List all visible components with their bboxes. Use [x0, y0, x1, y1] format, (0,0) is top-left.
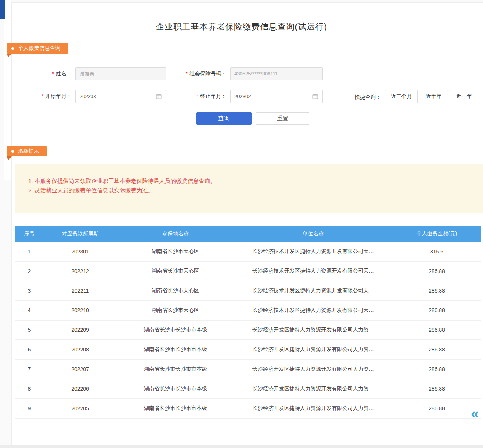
quick-button-6months[interactable]: 近半年	[420, 90, 448, 103]
section-badge-query-label: 个人缴费信息查询	[18, 45, 60, 52]
cell-index: 4	[15, 301, 43, 320]
cell-company: 长沙经济开发区捷特人力资源开发有限公司人力资…	[234, 399, 392, 418]
cell-period: 202207	[43, 359, 117, 379]
cell-region: 湖南省长沙市长沙市市本级	[117, 359, 234, 379]
ssn-input-value: 430525******306111	[234, 71, 318, 77]
cell-company: 长沙经济开发区捷特人力资源开发有限公司人力资…	[234, 320, 392, 340]
cell-region: 湖南省长沙市天心区	[117, 281, 234, 301]
cell-company: 长沙经济技术开发区捷特人力资源开发有限公司天…	[234, 261, 392, 281]
header-period: 对应费款所属期	[43, 226, 117, 242]
quick-button-3months[interactable]: 近三个月	[385, 90, 418, 103]
table-row: 9 202205 湖南省长沙市长沙市市本级 长沙经济开发区捷特人力资源开发有限公…	[15, 399, 481, 418]
cell-index: 9	[15, 399, 43, 418]
required-asterisk: *	[52, 71, 54, 77]
cell-period: 202209	[43, 320, 117, 340]
header-amount: 个人缴费金额(元)	[392, 226, 481, 242]
cell-period: 202211	[43, 281, 117, 301]
cell-index: 6	[15, 340, 43, 359]
table-row: 3 202211 湖南省长沙市天心区 长沙经济技术开发区捷特人力资源开发有限公司…	[15, 281, 481, 301]
required-asterisk: *	[196, 93, 198, 99]
table-row: 6 202208 湖南省长沙市长沙市市本级 长沙经济开发区捷特人力资源开发有限公…	[15, 340, 481, 359]
cell-index: 7	[15, 359, 43, 379]
name-input: 谢旭泰	[75, 67, 166, 80]
table-row: 5 202209 湖南省长沙市长沙市市本级 长沙经济开发区捷特人力资源开发有限公…	[15, 320, 481, 340]
table-row: 2 202212 湖南省长沙市天心区 长沙经济技术开发区捷特人力资源开发有限公司…	[15, 261, 481, 281]
cell-period: 202205	[43, 399, 117, 418]
table-row: 8 202206 湖南省长沙市长沙市市本级 长沙经济开发区捷特人力资源开发有限公…	[15, 379, 481, 399]
cell-period: 202212	[43, 261, 117, 281]
cell-region: 湖南省长沙市天心区	[117, 261, 234, 281]
cell-index: 2	[15, 261, 43, 281]
cell-period: 202210	[43, 301, 117, 320]
table-body: 1 202301 湖南省长沙市天心区 长沙经济技术开发区捷特人力资源开发有限公司…	[15, 242, 481, 418]
cell-region: 湖南省长沙市天心区	[117, 301, 234, 320]
cell-region: 湖南省长沙市长沙市市本级	[117, 379, 234, 399]
cell-period: 202208	[43, 340, 117, 359]
quick-query-label: 快捷查询：	[350, 90, 381, 104]
cell-index: 5	[15, 320, 43, 340]
section-badge-query: 个人缴费信息查询	[7, 43, 68, 54]
required-asterisk: *	[42, 93, 43, 99]
page: 企业职工基本养老保险缴费信息查询(试运行) 个人缴费信息查询 *姓名： 谢旭泰 …	[0, 0, 483, 448]
ssn-label: *社会保障号码：	[166, 67, 226, 80]
cell-region: 湖南省长沙市长沙市市本级	[117, 399, 234, 418]
required-asterisk: *	[186, 71, 188, 77]
cell-company: 长沙经济开发区捷特人力资源开发有限公司人力资…	[234, 379, 392, 399]
start-month-input[interactable]: 202203	[75, 90, 166, 103]
cell-region: 湖南省长沙市长沙市市本级	[117, 320, 234, 340]
cell-region: 湖南省长沙市长沙市市本级	[117, 340, 234, 359]
cell-period: 202301	[43, 242, 117, 261]
collapse-chevron-icon[interactable]: «	[471, 407, 479, 421]
start-month-value: 202203	[80, 94, 153, 99]
ssn-input: 430525******306111	[230, 67, 323, 80]
end-month-value: 202302	[234, 94, 310, 99]
calendar-icon[interactable]	[312, 93, 318, 100]
header-index: 序号	[15, 226, 43, 242]
calendar-icon[interactable]	[155, 93, 162, 100]
cell-company: 长沙经济技术开发区捷特人力资源开发有限公司天…	[234, 301, 392, 320]
query-button[interactable]: 查询	[196, 112, 252, 125]
header-company: 单位名称	[234, 226, 392, 242]
cell-amount: 286.88	[392, 261, 481, 281]
section-badge-tips: 温馨提示	[7, 146, 47, 156]
cell-amount: 286.88	[392, 379, 481, 399]
page-title: 企业职工基本养老保险缴费信息查询(试运行)	[0, 21, 483, 32]
tips-notice-box: 1. 本服务仅提供尚未领取企业职工基本养老保险待遇人员的缴费信息查询。 2. 灵…	[15, 164, 483, 213]
end-month-input[interactable]: 202302	[230, 90, 323, 103]
cell-company: 长沙经济开发区捷特人力资源开发有限公司人力资…	[234, 359, 392, 379]
tips-line-2: 2. 灵活就业人员的缴费单位信息以实际缴费为准。	[28, 186, 475, 195]
cell-index: 3	[15, 281, 43, 301]
table-row: 7 202207 湖南省长沙市长沙市市本级 长沙经济开发区捷特人力资源开发有限公…	[15, 359, 481, 379]
results-table: 序号 对应费款所属期 参保地名称 单位名称 个人缴费金额(元) 1 202301…	[15, 226, 481, 419]
bullet-dot-icon	[11, 47, 14, 50]
table-header-row: 序号 对应费款所属期 参保地名称 单位名称 个人缴费金额(元)	[15, 226, 481, 242]
cell-region: 湖南省长沙市天心区	[117, 242, 234, 261]
name-input-value: 谢旭泰	[80, 71, 162, 77]
sidebar-toggle-tab[interactable]	[0, 0, 5, 19]
bottom-strip	[0, 445, 483, 448]
bullet-dot-icon	[11, 150, 14, 153]
start-month-label: *开始年月：	[23, 90, 72, 103]
cell-amount: 315.6	[392, 242, 481, 261]
cell-index: 1	[15, 242, 43, 261]
end-month-label: *终止年月：	[166, 90, 226, 103]
cell-company: 长沙经济技术开发区捷特人力资源开发有限公司天…	[234, 242, 392, 261]
cell-amount: 286.88	[392, 340, 481, 359]
cell-amount: 286.88	[392, 359, 481, 379]
section-badge-tips-label: 温馨提示	[18, 148, 39, 155]
table-row: 4 202210 湖南省长沙市天心区 长沙经济技术开发区捷特人力资源开发有限公司…	[15, 301, 481, 320]
tips-line-1: 1. 本服务仅提供尚未领取企业职工基本养老保险待遇人员的缴费信息查询。	[28, 176, 475, 186]
cell-amount: 286.88	[392, 399, 481, 418]
cell-company: 长沙经济技术开发区捷特人力资源开发有限公司天…	[234, 281, 392, 301]
cell-amount: 286.88	[392, 301, 481, 320]
cell-amount: 286.88	[392, 281, 481, 301]
name-label: *姓名：	[23, 67, 72, 80]
table-row: 1 202301 湖南省长沙市天心区 长沙经济技术开发区捷特人力资源开发有限公司…	[15, 242, 481, 261]
reset-button[interactable]: 重置	[256, 112, 309, 125]
quick-button-1year[interactable]: 近一年	[450, 90, 478, 103]
cell-amount: 286.88	[392, 320, 481, 340]
cell-company: 长沙经济开发区捷特人力资源开发有限公司人力资…	[234, 340, 392, 359]
cell-index: 8	[15, 379, 43, 399]
header-region: 参保地名称	[117, 226, 234, 242]
cell-period: 202206	[43, 379, 117, 399]
